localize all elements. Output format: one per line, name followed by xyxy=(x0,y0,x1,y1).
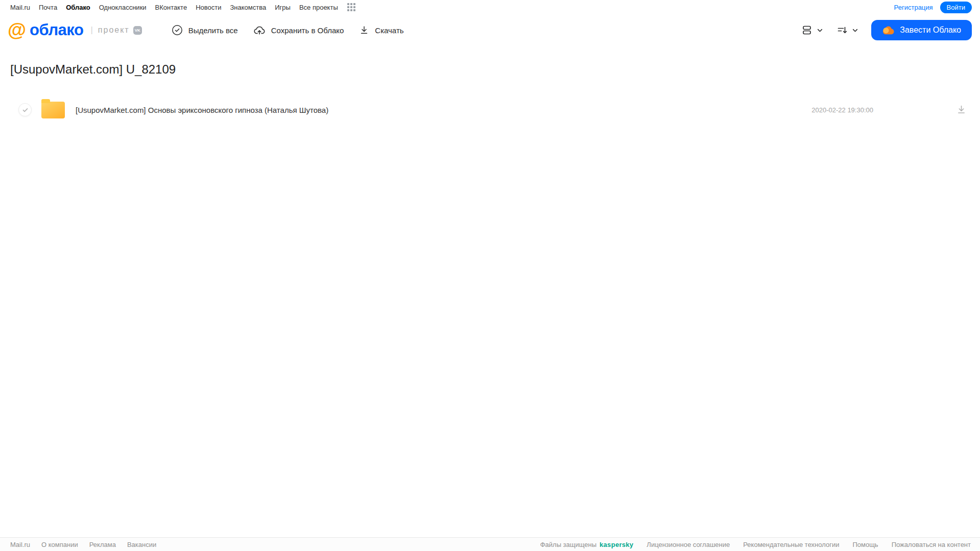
download-button[interactable]: Скачать xyxy=(359,25,403,35)
topnav-games[interactable]: Игры xyxy=(275,4,291,11)
topnav-odnoklassniki[interactable]: Одноклассники xyxy=(99,4,147,11)
registration-link[interactable]: Регистрация xyxy=(894,4,933,11)
footer-link-report[interactable]: Пожаловаться на контент xyxy=(892,541,971,548)
save-to-cloud-label: Сохранить в Облако xyxy=(271,26,344,35)
cloud-logo[interactable]: @ облако | проект VK xyxy=(8,21,142,39)
topnav-vkontakte[interactable]: ВКонтакте xyxy=(155,4,187,11)
app-header: @ облако | проект VK Выделить все xyxy=(0,14,980,46)
sort-icon xyxy=(836,24,848,36)
view-mode-switcher[interactable] xyxy=(801,24,823,36)
select-all-label: Выделить все xyxy=(188,26,238,35)
logo-text: облако xyxy=(30,21,83,39)
footer-link-help[interactable]: Помощь xyxy=(852,541,878,548)
footer-link-ads[interactable]: Реклама xyxy=(89,541,116,548)
kaspersky-logo[interactable]: kaspersky xyxy=(600,541,633,548)
download-label: Скачать xyxy=(375,26,403,35)
footer-left-links: Mail.ru О компании Реклама Вакансии xyxy=(10,541,156,548)
portal-auth: Регистрация Войти xyxy=(894,2,972,13)
topnav-mail[interactable]: Почта xyxy=(39,4,57,11)
page-footer: Mail.ru О компании Реклама Вакансии Файл… xyxy=(0,537,980,551)
check-circle-icon xyxy=(172,25,183,36)
kaspersky-protected: Файлы защищены kaspersky xyxy=(540,541,634,548)
file-toolbar: Выделить все Сохранить в Облако Скачать xyxy=(172,24,404,36)
footer-link-jobs[interactable]: Вакансии xyxy=(127,541,156,548)
cloud-upload-icon xyxy=(253,24,266,36)
file-date: 2020-02-22 19:30:00 xyxy=(811,106,873,114)
footer-right-links: Файлы защищены kaspersky Лицензионное со… xyxy=(540,541,971,548)
portal-nav: Mail.ru Почта Облако Одноклассники ВКонт… xyxy=(10,3,355,11)
chevron-down-icon xyxy=(817,27,823,34)
save-to-cloud-button[interactable]: Сохранить в Облако xyxy=(253,24,344,36)
footer-link-about[interactable]: О компании xyxy=(41,541,78,548)
topnav-all-projects[interactable]: Все проекты xyxy=(299,4,338,11)
page-title: [UsupovMarket.com] U_82109 xyxy=(10,62,980,77)
main-content: [UsupovMarket.com] U_82109 [UsupovMarket… xyxy=(0,62,980,122)
get-cloud-label: Завести Облако xyxy=(900,26,961,35)
portal-topbar: Mail.ru Почта Облако Одноклассники ВКонт… xyxy=(0,0,980,14)
chevron-down-icon xyxy=(852,27,858,34)
footer-link-mailru[interactable]: Mail.ru xyxy=(10,541,30,548)
row-download-icon[interactable] xyxy=(956,104,967,115)
topnav-mailru[interactable]: Mail.ru xyxy=(10,4,30,11)
file-name[interactable]: [UsupovMarket.com] Основы эриксоновского… xyxy=(76,106,328,114)
topnav-cloud[interactable]: Облако xyxy=(66,4,90,11)
row-checkbox[interactable] xyxy=(18,103,32,116)
select-all-button[interactable]: Выделить все xyxy=(172,25,238,36)
get-cloud-button[interactable]: Завести Облако xyxy=(871,20,972,40)
file-row[interactable]: [UsupovMarket.com] Основы эриксоновского… xyxy=(0,98,980,122)
list-view-icon xyxy=(801,24,813,36)
download-icon xyxy=(359,25,369,35)
login-button[interactable]: Войти xyxy=(940,2,972,13)
vk-badge-icon: VK xyxy=(133,26,142,35)
protected-label: Файлы защищены xyxy=(540,541,596,548)
footer-link-recommendations[interactable]: Рекомендательные технологии xyxy=(743,541,839,548)
header-right-controls: Завести Облако xyxy=(801,20,972,40)
folder-icon xyxy=(41,102,65,118)
topnav-dating[interactable]: Знакомства xyxy=(230,4,266,11)
file-list: [UsupovMarket.com] Основы эриксоновского… xyxy=(0,98,980,122)
project-label: проект xyxy=(98,26,130,35)
mailru-at-icon: @ xyxy=(8,21,26,39)
all-projects-grid-icon[interactable] xyxy=(347,3,355,11)
orange-cloud-icon xyxy=(882,26,894,35)
footer-link-license[interactable]: Лицензионное соглашение xyxy=(647,541,730,548)
sort-switcher[interactable] xyxy=(836,24,858,36)
topnav-news[interactable]: Новости xyxy=(196,4,221,11)
logo-divider: | xyxy=(90,25,92,35)
